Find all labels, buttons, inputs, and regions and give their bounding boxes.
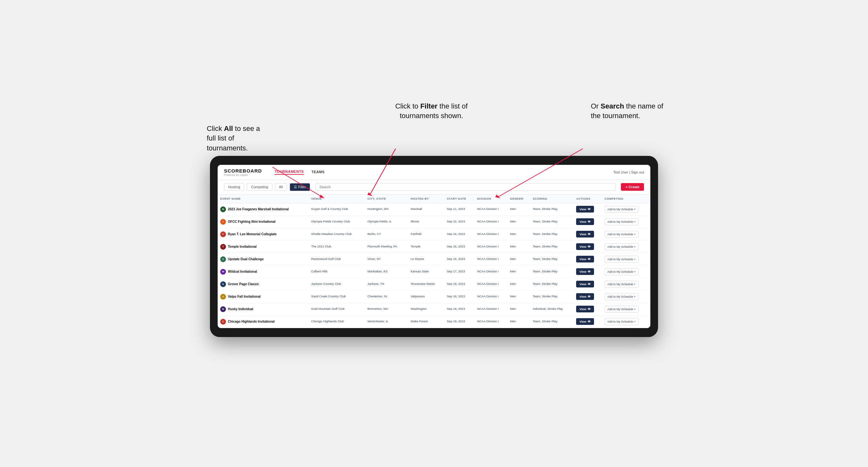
gender-cell: Men: [510, 319, 516, 323]
view-btn[interactable]: View 👁: [576, 218, 594, 225]
team-logo: U: [220, 256, 226, 262]
add-schedule-btn[interactable]: Add to My Schedule +: [604, 231, 639, 238]
view-btn[interactable]: View 👁: [576, 268, 594, 275]
col-competing: COMPETING: [602, 195, 650, 203]
city-state-cell: Manhattan, KS: [367, 270, 388, 273]
hosted-by-cell: Temple: [411, 245, 421, 248]
add-schedule-btn[interactable]: Add to My Schedule +: [604, 206, 639, 213]
view-btn[interactable]: View 👁: [576, 256, 594, 262]
city-state-cell: Plymouth Meeting, PA: [367, 245, 397, 248]
scoring-cell: Team, Stroke Play: [533, 294, 558, 298]
scoring-cell: Team, Stroke Play: [533, 257, 558, 260]
eye-icon: 👁: [588, 295, 591, 298]
add-schedule-btn[interactable]: Add to My Schedule +: [604, 268, 639, 275]
logo-text: SCOREBOARD: [224, 168, 262, 174]
city-state-cell: Victor, NY: [367, 257, 381, 260]
top-nav: SCOREBOARD Powered by clippd TOURNAMENTS…: [218, 165, 650, 180]
hosted-by-cell: Marshall: [411, 207, 422, 211]
col-city-state: CITY, STATE: [365, 195, 408, 203]
add-schedule-btn[interactable]: Add to My Schedule +: [604, 256, 639, 263]
nav-teams[interactable]: TEAMS: [311, 170, 324, 175]
eye-icon: 👁: [588, 320, 591, 323]
team-logo: M: [220, 207, 226, 212]
event-name-text: Grover Page Classic: [228, 282, 259, 286]
eye-icon: 👁: [588, 307, 591, 311]
scoring-cell: Team, Stroke Play: [533, 207, 558, 211]
event-name-cell: I OFCC Fighting Illini Invitational: [220, 219, 306, 225]
scoring-cell: Team, Stroke Play: [533, 220, 558, 223]
col-start-date: START DATE: [444, 195, 475, 203]
view-btn[interactable]: View 👁: [576, 206, 594, 213]
add-schedule-btn[interactable]: Add to My Schedule +: [604, 293, 639, 300]
search-input[interactable]: [315, 183, 616, 191]
city-state-cell: Jackson, TN: [367, 282, 384, 285]
venue-cell: Guyan Golf & Country Club: [311, 207, 348, 211]
table-row: V Valpo Fall Invitational Sand Creek Cou…: [218, 290, 650, 303]
view-btn[interactable]: View 👁: [576, 306, 594, 312]
filter-competing-btn[interactable]: Competing: [247, 183, 272, 191]
event-name-text: Husky Individual: [228, 307, 253, 311]
gender-cell: Men: [510, 232, 516, 236]
event-name-cell: U Upstate Dual Challenge: [220, 256, 306, 262]
view-btn[interactable]: View 👁: [576, 318, 594, 325]
event-name-text: Upstate Dual Challenge: [228, 257, 264, 261]
eye-icon: 👁: [588, 257, 591, 261]
event-name-text: OFCC Fighting Illini Invitational: [228, 220, 276, 224]
team-logo: T: [220, 244, 226, 250]
event-name-text: Temple Invitational: [228, 245, 257, 249]
hosted-by-cell: Valparaiso: [411, 294, 425, 298]
add-schedule-btn[interactable]: Add to My Schedule +: [604, 243, 639, 250]
team-logo: W: [220, 306, 226, 312]
view-btn[interactable]: View 👁: [576, 293, 594, 300]
event-name-text: Ryan T. Lee Memorial Collegiate: [228, 232, 277, 236]
filter-all-btn[interactable]: All: [275, 183, 287, 191]
table-row: G Grover Page Classic Jackson Country Cl…: [218, 278, 650, 290]
division-cell: NCAA Division I: [477, 232, 499, 236]
tablet-screen: SCOREBOARD Powered by clippd TOURNAMENTS…: [218, 165, 650, 328]
filter-icon-btn[interactable]: ☰ Filter: [290, 183, 310, 191]
event-name-text: Chicago Highlands Invitational: [228, 319, 275, 323]
team-logo: W: [220, 269, 226, 275]
city-state-cell: Chesterton, IN: [367, 294, 387, 298]
col-hosted-by: HOSTED BY: [408, 195, 444, 203]
view-btn[interactable]: View 👁: [576, 231, 594, 238]
team-logo: V: [220, 294, 226, 300]
table-body: M 2023 Joe Feaganes Marshall Invitationa…: [218, 203, 650, 328]
start-date-cell: Sep 16, 2023: [447, 257, 465, 260]
division-cell: NCAA Division I: [477, 257, 499, 260]
tablet-frame: SCOREBOARD Powered by clippd TOURNAMENTS…: [210, 156, 658, 337]
division-cell: NCAA Division I: [477, 270, 499, 273]
gender-cell: Men: [510, 207, 516, 211]
annotation-topleft: Click All to see a full list of tourname…: [207, 124, 271, 153]
start-date-cell: Sep 16, 2023: [447, 245, 465, 248]
create-btn[interactable]: + Create: [621, 183, 644, 191]
add-schedule-btn[interactable]: Add to My Schedule +: [604, 318, 639, 325]
add-schedule-btn[interactable]: Add to My Schedule +: [604, 218, 639, 225]
filter-hosting-btn[interactable]: Hosting: [224, 183, 244, 191]
col-venue: VENUE: [309, 195, 365, 203]
hosted-by-cell: Le Moyne: [411, 257, 424, 260]
division-cell: NCAA Division I: [477, 294, 499, 298]
division-cell: NCAA Division I: [477, 282, 499, 285]
hosted-by-cell: Fairfield: [411, 232, 422, 236]
add-schedule-btn[interactable]: Add to My Schedule +: [604, 306, 639, 313]
start-date-cell: Sep 18, 2023: [447, 294, 465, 298]
hosted-by-cell: Illinois: [411, 220, 419, 223]
gender-cell: Men: [510, 307, 516, 310]
view-btn[interactable]: View 👁: [576, 281, 594, 287]
gender-cell: Men: [510, 282, 516, 285]
team-logo: C: [220, 319, 226, 324]
table-row: W Wildcat Invitational Colbert Hills Man…: [218, 266, 650, 278]
event-name-text: Wildcat Invitational: [228, 270, 257, 274]
division-cell: NCAA Division I: [477, 207, 499, 211]
table-row: T Temple Invitational The 1912 Club Plym…: [218, 240, 650, 253]
start-date-cell: Sep 18, 2023: [447, 282, 465, 285]
scoring-cell: Team, Stroke Play: [533, 282, 558, 285]
hosted-by-cell: Kansas State: [411, 270, 429, 273]
add-schedule-btn[interactable]: Add to My Schedule +: [604, 281, 639, 288]
venue-cell: Sand Creek Country Club: [311, 294, 346, 298]
event-name-cell: G Grover Page Classic: [220, 281, 306, 287]
nav-tournaments[interactable]: TOURNAMENTS: [275, 169, 304, 175]
eye-icon: 👁: [588, 245, 591, 248]
view-btn[interactable]: View 👁: [576, 243, 594, 250]
